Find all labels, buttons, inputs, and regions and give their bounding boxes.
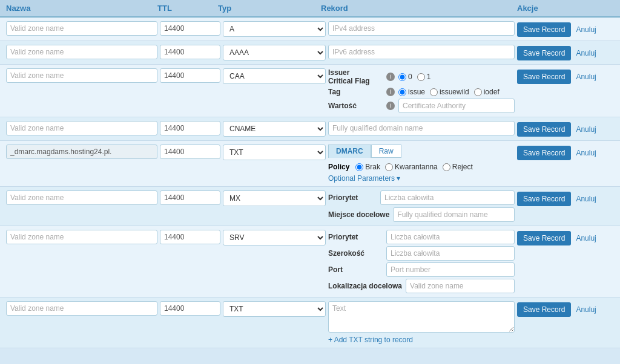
dmarc-policy-kwarantanna-radio[interactable] — [385, 163, 393, 171]
cancel-button-txt[interactable]: Anuluj — [573, 302, 598, 317]
ttl-input-txt[interactable] — [160, 301, 220, 316]
caa-value-input[interactable] — [398, 99, 515, 113]
dmarc-policy-reject-label[interactable]: Reject — [443, 163, 473, 171]
save-button-txt[interactable]: Save Record — [517, 302, 571, 317]
srv-port-input[interactable] — [386, 262, 515, 277]
caa-critical-0-label[interactable]: 0 — [398, 73, 412, 81]
save-button-mx[interactable]: Save Record — [517, 192, 571, 206]
caa-critical-1-radio[interactable] — [417, 73, 425, 81]
add-txt-link-row: + Add TXT string to record — [328, 335, 515, 344]
ttl-input-dmarc[interactable] — [160, 145, 220, 159]
caa-tag-issuewild-label[interactable]: issuewild — [430, 88, 469, 96]
cancel-button-mx[interactable]: Anuluj — [573, 192, 598, 206]
ttl-cell-mx — [160, 190, 220, 205]
caa-tag-iodef-radio[interactable] — [474, 88, 482, 96]
name-input-caa[interactable] — [6, 68, 157, 83]
caa-value-row: Wartość i — [328, 99, 515, 113]
record-input-cname[interactable] — [328, 121, 515, 135]
caa-tag-issue-label[interactable]: issue — [398, 88, 425, 96]
ttl-input-aaaa[interactable] — [160, 45, 220, 59]
name-input-mx[interactable] — [6, 190, 157, 205]
record-cell-srv: Priorytet Szerokość Port Lokalizacja doc… — [328, 230, 515, 293]
name-input-dmarc[interactable] — [6, 145, 157, 159]
type-select-cname[interactable]: A AAAA CAA CNAME MX SRV TXT — [223, 121, 326, 137]
caa-issuer-row: IssuerCritical Flag i 0 1 — [328, 68, 515, 85]
caa-tag-issuewild-radio[interactable] — [430, 88, 438, 96]
ttl-input-cname[interactable] — [160, 121, 220, 135]
tab-raw[interactable]: Raw — [371, 145, 401, 158]
type-cell-a: A AAAA CAA CNAME MX SRV TXT — [223, 21, 326, 37]
row-srv-record: A AAAA CAA CNAME MX SRV TXT Priorytet — [0, 226, 620, 297]
mx-priority-input[interactable] — [380, 190, 515, 205]
srv-weight-row: Szerokość — [328, 246, 515, 261]
type-cell-dmarc: A AAAA CAA CNAME MX SRV TXT — [223, 145, 326, 160]
ttl-cell-aaaa — [160, 45, 220, 59]
caa-value-info-icon: i — [386, 102, 395, 110]
save-button-cname[interactable]: Save Record — [517, 122, 571, 137]
dmarc-policy-kwarantanna-label[interactable]: Kwarantanna — [385, 163, 438, 171]
cancel-button-aaaa[interactable]: Anuluj — [573, 46, 598, 60]
record-input-aaaa[interactable] — [328, 45, 515, 59]
record-input-a[interactable] — [328, 21, 515, 36]
type-select-srv[interactable]: A AAAA CAA CNAME MX SRV TXT — [223, 230, 326, 245]
tab-dmarc[interactable]: DMARC — [328, 145, 371, 158]
srv-weight-input[interactable] — [386, 246, 515, 261]
ttl-input-srv[interactable] — [160, 230, 220, 244]
type-select-aaaa[interactable]: A AAAA CAA CNAME MX SRV TXT — [223, 45, 326, 60]
mx-priority-row: Priorytet — [328, 190, 515, 205]
dmarc-policy-brak-radio[interactable] — [355, 163, 363, 171]
name-cell-a — [6, 21, 157, 36]
type-select-a[interactable]: A AAAA CAA CNAME MX SRV TXT — [223, 21, 326, 37]
dmarc-policy-row: Policy Brak Kwarantanna Reject — [328, 163, 515, 171]
save-button-caa[interactable]: Save Record — [517, 70, 571, 84]
save-button-a[interactable]: Save Record — [517, 22, 571, 37]
type-cell-mx: A AAAA CAA CNAME MX SRV TXT — [223, 190, 326, 206]
ttl-input-caa[interactable] — [160, 68, 220, 83]
add-txt-link[interactable]: + Add TXT string to record — [328, 336, 413, 344]
ttl-input-mx[interactable] — [160, 190, 220, 205]
srv-priority-row: Priorytet — [328, 230, 515, 244]
col-header-name: Nazwa — [6, 4, 157, 13]
caa-tag-issue-radio[interactable] — [398, 88, 406, 96]
type-cell-txt: A AAAA CAA CNAME MX SRV TXT — [223, 301, 326, 317]
dmarc-policy-brak-label[interactable]: Brak — [355, 163, 380, 171]
caa-tag-iodef-label[interactable]: iodef — [474, 88, 500, 96]
type-select-txt[interactable]: A AAAA CAA CNAME MX SRV TXT — [223, 301, 326, 317]
save-button-aaaa[interactable]: Save Record — [517, 46, 571, 60]
optional-parameters-link[interactable]: Optional Parameters ▾ — [328, 174, 400, 183]
type-select-mx[interactable]: A AAAA CAA CNAME MX SRV TXT — [223, 190, 326, 206]
ttl-cell-txt — [160, 301, 220, 316]
type-select-dmarc[interactable]: A AAAA CAA CNAME MX SRV TXT — [223, 145, 326, 160]
type-cell-caa: A AAAA CAA CNAME MX SRV TXT — [223, 68, 326, 84]
save-button-dmarc[interactable]: Save Record — [517, 146, 571, 160]
col-header-actions: Akcje — [517, 4, 614, 13]
srv-target-input[interactable] — [406, 279, 515, 293]
cancel-button-caa[interactable]: Anuluj — [573, 70, 598, 84]
type-select-caa[interactable]: A AAAA CAA CNAME MX SRV TXT — [223, 68, 326, 84]
row-caa-record: A AAAA CAA CNAME MX SRV TXT IssuerCritic… — [0, 65, 620, 117]
caa-critical-0-radio[interactable] — [398, 73, 406, 81]
cancel-button-dmarc[interactable]: Anuluj — [573, 146, 598, 160]
cancel-button-cname[interactable]: Anuluj — [573, 122, 598, 137]
record-cell-txt: + Add TXT string to record — [328, 301, 515, 344]
name-input-a[interactable] — [6, 21, 157, 36]
save-button-srv[interactable]: Save Record — [517, 231, 571, 245]
cancel-button-srv[interactable]: Anuluj — [573, 231, 598, 245]
actions-cell-aaaa: Save Record Anuluj — [517, 45, 614, 60]
name-input-srv[interactable] — [6, 230, 157, 244]
row-dmarc-record: A AAAA CAA CNAME MX SRV TXT DMARC Raw Po… — [0, 141, 620, 187]
srv-priority-input[interactable] — [386, 230, 515, 244]
actions-cell-mx: Save Record Anuluj — [517, 190, 614, 206]
mx-destination-input[interactable] — [393, 207, 515, 222]
mx-block: Priorytet Miejsce docelowe — [328, 190, 515, 222]
name-input-cname[interactable] — [6, 121, 157, 135]
txt-textarea[interactable] — [328, 301, 515, 333]
cancel-button-a[interactable]: Anuluj — [573, 22, 598, 37]
ttl-input-a[interactable] — [160, 21, 220, 36]
name-input-txt[interactable] — [6, 301, 157, 316]
caa-critical-1-label[interactable]: 1 — [417, 73, 431, 81]
caa-info-icon: i — [386, 73, 395, 81]
srv-port-label: Port — [328, 265, 383, 274]
dmarc-policy-reject-radio[interactable] — [443, 163, 450, 171]
name-input-aaaa[interactable] — [6, 45, 157, 59]
